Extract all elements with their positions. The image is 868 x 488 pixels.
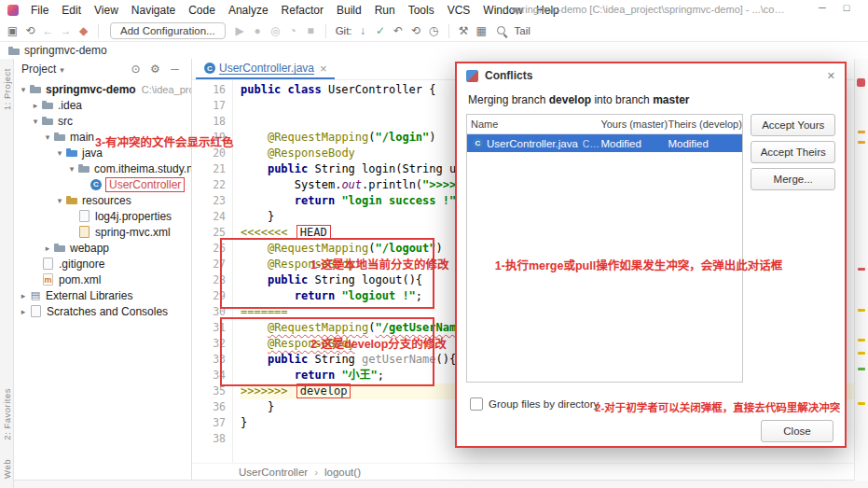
- line-number[interactable]: 37: [192, 415, 226, 431]
- tool-windows-icon[interactable]: ▦: [473, 22, 490, 39]
- expand-arrow-icon[interactable]: ▾: [54, 148, 65, 158]
- save-all-icon[interactable]: ▣: [4, 22, 21, 39]
- expand-arrow-icon[interactable]: ▾: [30, 117, 41, 126]
- merge-button[interactable]: Merge...: [751, 168, 835, 190]
- group-files-checkbox[interactable]: [470, 397, 483, 411]
- tree-item[interactable]: ▸webapp: [14, 240, 191, 256]
- line-number[interactable]: 22: [192, 177, 226, 193]
- stripe-mark[interactable]: [858, 402, 865, 405]
- tree-item[interactable]: ▸.idea: [14, 97, 191, 113]
- line-number[interactable]: 33: [192, 352, 226, 368]
- conflict-file-row[interactable]: UserController.javaC:\idea_projeModified…: [467, 134, 742, 152]
- tool-window-button[interactable]: Web: [2, 459, 12, 479]
- stripe-mark[interactable]: [858, 268, 865, 271]
- line-number[interactable]: 34: [192, 368, 226, 383]
- build-icon[interactable]: ⚒: [455, 22, 473, 39]
- column-header[interactable]: Theirs (develop): [668, 119, 742, 130]
- menu-item-code[interactable]: Code: [182, 4, 222, 17]
- settings-icon[interactable]: ⚙: [146, 61, 164, 77]
- line-number[interactable]: 18: [192, 114, 226, 130]
- add-configuration-button[interactable]: Add Configuration...: [110, 22, 226, 39]
- menu-item-tools[interactable]: Tools: [402, 4, 441, 17]
- stripe-mark[interactable]: [858, 141, 865, 144]
- tree-item[interactable]: ▾springmvc-demoC:\idea_project: [14, 81, 191, 97]
- problems-indicator[interactable]: [857, 78, 865, 87]
- tree-item[interactable]: ▾resources: [14, 192, 191, 208]
- line-number[interactable]: 38: [192, 431, 226, 447]
- expand-arrow-icon[interactable]: ▸: [30, 101, 41, 110]
- history-icon[interactable]: ◷: [425, 22, 443, 39]
- expand-arrow-icon[interactable]: ▾: [54, 196, 65, 205]
- menu-item-vcs[interactable]: VCS: [441, 4, 477, 17]
- back-icon[interactable]: ←: [39, 22, 57, 39]
- close-button[interactable]: Close: [761, 420, 834, 442]
- line-number[interactable]: 35: [192, 383, 226, 399]
- line-number[interactable]: 36: [192, 399, 226, 415]
- breadcrumb-item[interactable]: logout(): [308, 467, 361, 478]
- expand-arrow-icon[interactable]: ▾: [42, 132, 53, 142]
- line-number[interactable]: 21: [192, 161, 226, 177]
- chevron-down-icon[interactable]: [56, 63, 64, 76]
- rollback-icon[interactable]: ↶: [390, 22, 407, 39]
- tree-item[interactable]: UserController: [14, 176, 191, 192]
- close-icon[interactable]: [827, 69, 835, 82]
- line-number[interactable]: 31: [192, 320, 226, 336]
- line-number[interactable]: 24: [192, 209, 226, 225]
- tab-usercontroller[interactable]: UserController.java: [196, 59, 335, 79]
- menu-item-run[interactable]: Run: [368, 4, 402, 17]
- menu-item-navigate[interactable]: Navigate: [125, 4, 182, 17]
- stop-icon[interactable]: ■: [302, 22, 320, 39]
- sync-icon[interactable]: ⟲: [21, 22, 39, 39]
- hide-icon[interactable]: ─: [166, 61, 184, 77]
- stripe-mark[interactable]: [858, 131, 865, 133]
- expand-arrow-icon[interactable]: ▾: [18, 85, 29, 94]
- expand-arrow-icon[interactable]: ▾: [66, 164, 77, 174]
- accept-yours-button[interactable]: Accept Yours: [751, 114, 835, 136]
- tree-item[interactable]: spring-mvc.xml: [14, 224, 191, 240]
- error-stripe[interactable]: [854, 59, 868, 481]
- commit-icon[interactable]: ✓: [372, 22, 390, 39]
- profiler-icon[interactable]: ◔: [284, 22, 302, 39]
- menu-item-refactor[interactable]: Refactor: [275, 4, 330, 17]
- tree-item[interactable]: ▾src: [14, 113, 191, 129]
- line-number[interactable]: 23: [192, 193, 226, 209]
- menu-item-view[interactable]: View: [88, 4, 125, 17]
- expand-arrow-icon[interactable]: ▸: [18, 291, 29, 300]
- expand-arrow-icon[interactable]: ▸: [42, 244, 53, 253]
- tree-item[interactable]: ▾com.itheima.study.n: [14, 160, 191, 176]
- expand-arrow-icon[interactable]: ▸: [18, 307, 29, 316]
- menu-item-analyze[interactable]: Analyze: [222, 4, 275, 17]
- stripe-mark[interactable]: [858, 309, 865, 312]
- line-number[interactable]: 17: [192, 98, 226, 114]
- menu-item-edit[interactable]: Edit: [55, 4, 88, 17]
- tree-item[interactable]: .gitignore: [14, 256, 191, 272]
- line-number[interactable]: 32: [192, 336, 226, 352]
- forward-icon[interactable]: →: [57, 22, 75, 39]
- accept-theirs-button[interactable]: Accept Theirs: [751, 141, 835, 163]
- stripe-mark[interactable]: [858, 352, 865, 355]
- conflicts-table[interactable]: NameYours (master)Theirs (develop) UserC…: [466, 114, 743, 383]
- coverage-icon[interactable]: ◎: [267, 22, 284, 39]
- maximize-button[interactable]: □: [834, 2, 859, 13]
- stripe-mark[interactable]: [858, 368, 865, 370]
- line-number[interactable]: 29: [192, 288, 226, 304]
- tree-item[interactable]: ▸External Libraries: [14, 287, 191, 303]
- tree-item[interactable]: ▸Scratches and Consoles: [14, 303, 191, 319]
- tree-item[interactable]: pom.xml: [14, 272, 191, 287]
- navbar-project-crumb[interactable]: springmvc-demo: [24, 44, 107, 57]
- menu-item-build[interactable]: Build: [330, 4, 368, 17]
- minimize-button[interactable]: ─: [810, 2, 834, 13]
- update-project-icon[interactable]: ↓: [354, 22, 372, 39]
- column-header[interactable]: Yours (master): [600, 119, 668, 130]
- run-icon[interactable]: ▶: [231, 22, 249, 39]
- line-number[interactable]: 30: [192, 304, 226, 320]
- menu-item-file[interactable]: File: [24, 4, 55, 17]
- tool-window-button[interactable]: 2: Favorites: [2, 388, 12, 440]
- tree-item[interactable]: log4j.properties: [14, 208, 191, 224]
- line-number[interactable]: 26: [192, 241, 226, 257]
- project-panel-title[interactable]: Project: [21, 63, 56, 76]
- find-icon[interactable]: ◆: [75, 22, 92, 39]
- stripe-mark[interactable]: [858, 339, 865, 342]
- line-number[interactable]: 28: [192, 272, 226, 288]
- line-number[interactable]: 16: [192, 82, 226, 98]
